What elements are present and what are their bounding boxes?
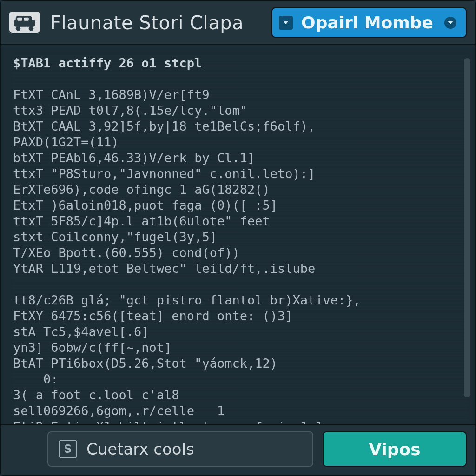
chevron-down-icon	[444, 17, 456, 29]
terminal-output[interactable]: $TAB1 actiffy 26 o1 stcpl FtXT CAnL 3,16…	[13, 55, 468, 421]
terminal-line: $TAB1 actiffy 26 o1 stcpl	[13, 55, 468, 71]
terminal-line: ttxT "P8Sturo,"Javnonned" c.onil.leto):]	[13, 166, 468, 182]
terminal-line: ttx3 PEAD t0l7,8(.15e/lcy."lom"	[13, 103, 468, 119]
terminal-line: tt8/c26B glá; "gct pistro flantol br)Xat…	[13, 292, 468, 308]
terminal-line: BtXT CAAL 3,92]5f,by|18 te1BelCs;f6olf),	[13, 119, 468, 134]
primary-button[interactable]: Vipos	[323, 431, 467, 467]
header-bar: Flaunate Stori Clapa Opairl Mombe	[1, 1, 475, 45]
svg-rect-5	[24, 17, 29, 20]
scrollbar[interactable]	[464, 58, 470, 397]
svg-point-2	[16, 26, 21, 31]
terminal-line: BtAT PTi6box(D5.26,Stot "yáomck,12)	[13, 356, 468, 371]
terminal-line: btXT PEAbl6,46.33)V/erk by Cl.1]	[13, 150, 468, 166]
chevron-down-icon	[279, 16, 293, 30]
app-title: Flaunate Stori Clapa	[50, 12, 244, 33]
terminal-line: T/XEo Bpott.(60.555) cond(of))	[13, 245, 468, 261]
terminal-line: FtXY 6475:c56([teat] enord onte: ()3]	[13, 308, 468, 324]
terminal-line: ttxT 5F85/c]4p.l at1b(6ulote" feet	[13, 213, 468, 229]
tools-label: Cuetarx cools	[86, 440, 194, 458]
terminal-line: stxt Coilconny,"fugel(3y,5]	[13, 229, 468, 245]
terminal-line: EtiR Eotin.X1 biltui tla toprusnfy in 1.…	[13, 419, 468, 424]
footer-bar: S Cuetarx cools Vipos	[1, 424, 475, 475]
terminal-area: $TAB1 actiffy 26 o1 stcpl FtXT CAnL 3,16…	[1, 45, 475, 424]
terminal-line	[13, 71, 468, 87]
svg-rect-4	[17, 17, 22, 20]
tool-icon: S	[59, 440, 77, 458]
header-left: Flaunate Stori Clapa	[9, 12, 244, 34]
terminal-line: 0:	[13, 371, 468, 387]
terminal-line: FtXT CAnL 3,1689B)V/er[ft9	[13, 87, 468, 103]
tool-icon-glyph: S	[64, 443, 72, 456]
tools-button[interactable]: S Cuetarx cools	[47, 431, 313, 467]
terminal-line: YtAR L119,etot Beltwec" leild/ft,.islube	[13, 261, 468, 277]
terminal-line	[13, 277, 468, 292]
terminal-line: sell069266,6gom,.r/celle 1	[13, 403, 468, 419]
app-icon	[9, 12, 40, 34]
app-window: Flaunate Stori Clapa Opairl Mombe $TAB1 …	[0, 0, 476, 476]
terminal-line: ErXTe696),code ofingc 1 aG(18282()	[13, 182, 468, 198]
terminal-line: yn3] 6obw/c(ff[~,not]	[13, 340, 468, 356]
terminal-line: EtxT )6aloin018,puot faga (0)([ :5]	[13, 198, 468, 213]
terminal-line: stA Tc5,$4avel[.6]	[13, 324, 468, 340]
dropdown-label: Opairl Mombe	[301, 13, 433, 32]
terminal-line: 3( a foot c.lool c'al8	[13, 387, 468, 403]
mode-dropdown[interactable]: Opairl Mombe	[271, 7, 467, 38]
terminal-line: PAXD(1G2T=(11)	[13, 134, 468, 150]
primary-label: Vipos	[369, 440, 421, 459]
svg-point-3	[29, 26, 34, 31]
